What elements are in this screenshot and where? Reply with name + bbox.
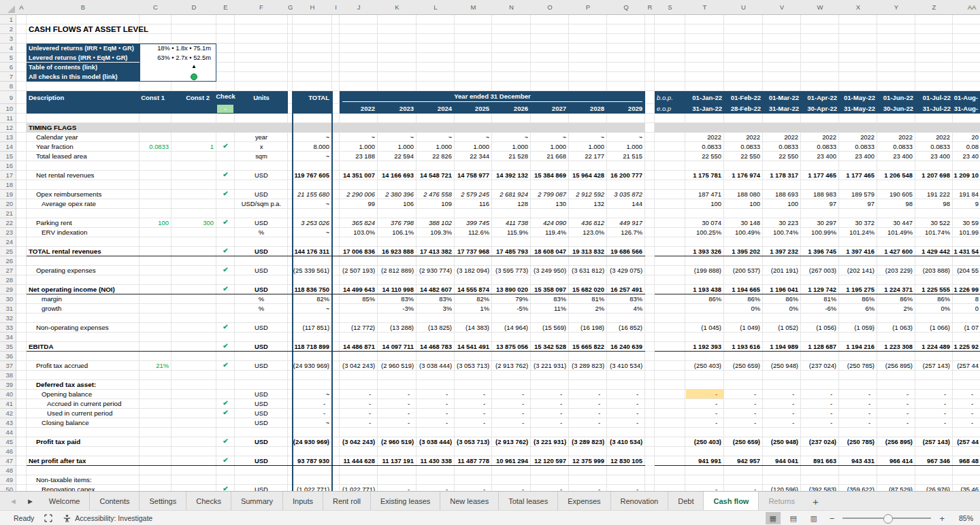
cell-K14[interactable]: 1.000 xyxy=(378,142,414,152)
cell-Y42[interactable]: - xyxy=(877,409,909,418)
cell-H43[interactable]: ~ xyxy=(293,418,329,428)
row-label-37[interactable]: Profit tax accrued xyxy=(36,361,88,371)
cell-L14[interactable]: 1.000 xyxy=(416,142,452,152)
cell-Y13[interactable]: 2022 xyxy=(877,133,913,142)
cell-V40[interactable]: - xyxy=(763,390,794,399)
cell-Z50[interactable]: (26 976) xyxy=(915,485,950,491)
cell-T35[interactable]: 1 192 393 xyxy=(685,342,721,352)
cell-J29[interactable]: 14 499 643 xyxy=(340,285,375,294)
row-header-25[interactable]: 25 xyxy=(0,247,16,256)
row-label-50[interactable]: Renovation capex xyxy=(42,485,95,491)
cell-O14[interactable]: 1.000 xyxy=(531,142,566,152)
cell-X15[interactable]: 23 400 xyxy=(839,152,875,161)
cell-K40[interactable]: - xyxy=(378,390,410,399)
cell-O40[interactable]: - xyxy=(531,390,562,399)
cell-units-40[interactable]: USD xyxy=(235,390,288,399)
cell-U29[interactable]: 1 194 665 xyxy=(724,285,760,294)
add-sheet-button[interactable]: + xyxy=(804,492,827,511)
cell-U35[interactable]: 1 193 616 xyxy=(724,342,760,352)
cell-J41[interactable]: - xyxy=(340,399,371,409)
cell-Q15[interactable]: 21 515 xyxy=(607,152,642,161)
cell-units-50[interactable]: USD xyxy=(235,485,288,491)
sheet-tab-new-leases[interactable]: New leases xyxy=(440,492,499,511)
cell-K29[interactable]: 14 110 998 xyxy=(378,285,414,294)
cell-L37[interactable]: (3 038 444) xyxy=(416,361,452,371)
cell-X33[interactable]: (1 059) xyxy=(839,323,875,333)
cell-V41[interactable]: - xyxy=(763,399,794,409)
cell-L40[interactable]: - xyxy=(416,390,448,399)
cell-U25[interactable]: 1 395 202 xyxy=(724,247,760,256)
cell-N43[interactable]: - xyxy=(492,418,524,428)
cell-P19[interactable]: 2 912 592 xyxy=(569,190,604,199)
row-header-30[interactable]: 30 xyxy=(0,294,16,304)
cell-L13[interactable]: ~ xyxy=(416,133,452,142)
cell-P17[interactable]: 15 964 428 xyxy=(569,171,604,180)
cell-P47[interactable]: 12 375 999 xyxy=(569,456,604,466)
cell-V50[interactable]: (120 596) xyxy=(763,485,798,491)
column-header-Q[interactable]: Q xyxy=(607,0,646,15)
zoom-level-label[interactable]: 85% xyxy=(953,514,973,522)
cell-M29[interactable]: 14 555 874 xyxy=(455,285,489,294)
cell-Q45[interactable]: (3 410 534) xyxy=(607,437,642,447)
cell-M37[interactable]: (3 053 713) xyxy=(455,361,489,371)
table-of-contents-link-icon[interactable]: ▲ xyxy=(172,62,216,71)
cell-J45[interactable]: (3 042 243) xyxy=(340,437,375,447)
cell-K50[interactable]: - xyxy=(378,485,410,491)
summary-row-label[interactable]: Unlevered returns (IRR • EqM • GR) xyxy=(29,44,137,53)
cell-Z42[interactable]: - xyxy=(915,409,946,418)
cell-N15[interactable]: 21 528 xyxy=(492,152,528,161)
cell-U30[interactable]: 86% xyxy=(724,294,760,304)
cell-X50[interactable]: (359 622) xyxy=(839,485,875,491)
cell-P37[interactable]: (3 289 823) xyxy=(569,361,604,371)
cell-AA15[interactable]: 23 40 xyxy=(953,152,979,161)
cell-K19[interactable]: 2 380 396 xyxy=(378,190,414,199)
cell-U15[interactable]: 22 550 xyxy=(724,152,760,161)
row-header-21[interactable]: 21 xyxy=(0,209,16,218)
cell-N50[interactable]: - xyxy=(492,485,524,491)
cell-J33[interactable]: (12 772) xyxy=(340,323,375,333)
row-header-10[interactable]: 10 xyxy=(0,104,16,114)
cell-W43[interactable]: - xyxy=(801,418,832,428)
cell-Q25[interactable]: 19 686 566 xyxy=(607,247,642,256)
cell-U13[interactable]: 2022 xyxy=(724,133,760,142)
cell-X30[interactable]: 86% xyxy=(839,294,875,304)
cell-V30[interactable]: 86% xyxy=(763,294,798,304)
cell-L42[interactable]: - xyxy=(416,409,448,418)
cell-U50[interactable]: - xyxy=(724,485,756,491)
cell-H29[interactable]: 118 836 750 xyxy=(293,285,329,294)
summary-row-label[interactable]: Table of contents (link) xyxy=(29,63,137,72)
cell-O19[interactable]: 2 799 087 xyxy=(531,190,566,199)
cell-J43[interactable]: - xyxy=(340,418,371,428)
cell-J20[interactable]: 99 xyxy=(340,199,375,209)
cell-T41[interactable]: - xyxy=(685,399,717,409)
cell-Y40[interactable]: - xyxy=(877,390,909,399)
cell-X23[interactable]: 101.24% xyxy=(839,228,875,237)
row-header-33[interactable]: 33 xyxy=(0,323,16,333)
row-header-45[interactable]: 45 xyxy=(0,437,16,447)
cell-V42[interactable]: - xyxy=(763,409,794,418)
row-label-19[interactable]: Opex reimbursements xyxy=(36,190,101,199)
row-label-49[interactable]: Non-taxable items: xyxy=(36,475,92,485)
cell-V31[interactable]: 0% xyxy=(763,304,798,314)
row-header-3[interactable]: 3 xyxy=(0,34,16,44)
cell-AA22[interactable]: 30 59 xyxy=(953,218,979,228)
cell-T15[interactable]: 22 550 xyxy=(685,152,721,161)
cell-units-14[interactable]: x xyxy=(235,142,288,152)
row-label-14[interactable]: Year fraction xyxy=(36,142,74,152)
cell-Z22[interactable]: 30 522 xyxy=(915,218,950,228)
row-header-31[interactable]: 31 xyxy=(0,304,16,314)
column-header-W[interactable]: W xyxy=(801,0,840,15)
cell-K45[interactable]: (2 960 519) xyxy=(378,437,414,447)
cell-U19[interactable]: 188 080 xyxy=(724,190,760,199)
row-header-8[interactable]: 8 xyxy=(0,82,16,91)
cell-O35[interactable]: 15 342 528 xyxy=(531,342,566,352)
cell-X13[interactable]: 2022 xyxy=(839,133,875,142)
cell-N42[interactable]: - xyxy=(492,409,524,418)
cell-U42[interactable]: - xyxy=(724,409,756,418)
cell-T47[interactable]: 941 991 xyxy=(685,456,721,466)
cell-Q22[interactable]: 449 917 xyxy=(607,218,642,228)
row-header-26[interactable]: 26 xyxy=(0,256,16,266)
row-label-45[interactable]: Profit tax paid xyxy=(36,437,80,447)
row-label-22[interactable]: Parking rent xyxy=(36,218,72,228)
cell-M22[interactable]: 399 745 xyxy=(455,218,489,228)
